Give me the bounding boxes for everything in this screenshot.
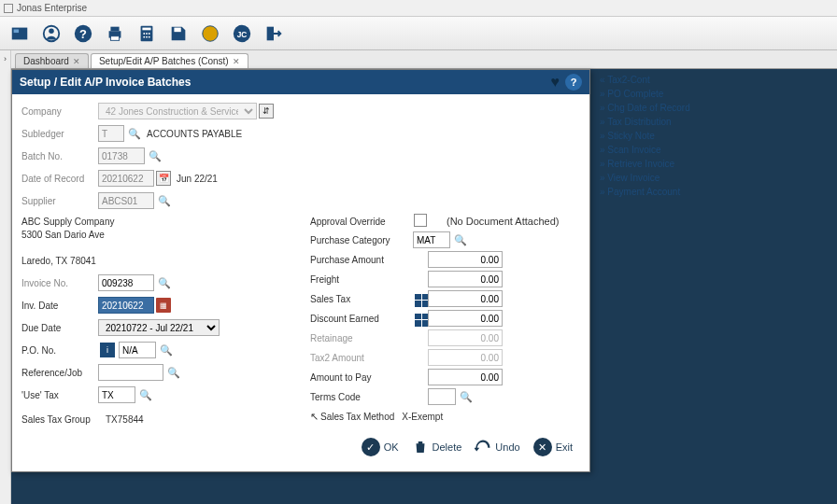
ok-button[interactable]: ✓ OK: [362, 438, 399, 456]
svg-text:JC: JC: [237, 30, 248, 38]
invdate-input[interactable]: [98, 297, 154, 314]
trash-icon: [412, 439, 429, 455]
subledger-label: Subledger: [21, 129, 98, 139]
search-icon[interactable]: 🔍: [454, 234, 467, 246]
a2p-input[interactable]: [428, 369, 503, 385]
search-icon[interactable]: 🔍: [139, 389, 152, 401]
toolbar-exit-icon[interactable]: [260, 20, 288, 48]
search-icon[interactable]: 🔍: [160, 344, 173, 357]
toolbar-save-icon[interactable]: [164, 20, 192, 48]
undo-icon: [475, 439, 491, 455]
pamt-input[interactable]: [428, 251, 503, 268]
toolbar-help-icon[interactable]: ?: [69, 20, 97, 48]
link-tax-distribution[interactable]: Tax Distribution: [600, 117, 772, 127]
tab-strip: Dashboard ✕ Setup/Edit A/P Batches (Cons…: [11, 50, 837, 69]
left-gutter: ›: [0, 50, 11, 504]
supplier-label: Supplier: [21, 196, 98, 206]
usetax-input[interactable]: [98, 386, 135, 403]
disc-input[interactable]: [428, 310, 503, 327]
search-icon[interactable]: 🔍: [158, 277, 171, 289]
link-scan-invoice[interactable]: Scan Invoice: [600, 145, 772, 155]
pcat-input[interactable]: [413, 231, 450, 248]
toolbar-jc-icon[interactable]: JC: [228, 20, 256, 48]
svg-rect-1: [14, 29, 19, 33]
tab-label: Setup/Edit A/P Batches (Const): [99, 56, 229, 66]
company-label: Company: [21, 106, 98, 117]
x-icon: ✕: [533, 438, 552, 456]
link-chg-date[interactable]: Chg Date of Record: [600, 103, 772, 113]
action-bar: ✓ OK Delete Undo ✕ Exit: [21, 432, 580, 462]
svg-rect-22: [267, 26, 274, 40]
undo-button[interactable]: Undo: [475, 439, 519, 455]
company-lookup-icon[interactable]: ⇵: [259, 104, 274, 119]
invoice-batch-panel: Setup / Edit A/P Invoice Batches ♥ ? Com…: [11, 69, 590, 472]
batch-label: Batch No.: [21, 151, 98, 161]
supplier-address: ABC Supply Company 5300 San Dario Ave La…: [21, 216, 291, 268]
dor-input[interactable]: [98, 170, 154, 187]
link-view-invoice[interactable]: View Invoice: [600, 173, 772, 183]
batch-input[interactable]: [98, 147, 145, 164]
search-icon[interactable]: 🔍: [167, 367, 180, 379]
link-payment-account[interactable]: Payment Account: [600, 187, 772, 197]
search-icon[interactable]: 🔍: [158, 195, 171, 207]
addr-line2: 5300 San Dario Ave: [21, 229, 291, 242]
approval-label: Approval Override: [310, 217, 413, 227]
svg-rect-8: [110, 35, 119, 40]
invdate-label: Inv. Date: [21, 301, 98, 311]
supplier-input[interactable]: [98, 192, 154, 209]
invoice-input[interactable]: [98, 274, 154, 291]
exit-button[interactable]: ✕ Exit: [533, 438, 573, 456]
refjob-input[interactable]: [98, 364, 163, 381]
company-select[interactable]: 42 Jones Construction & Service: [98, 103, 257, 119]
ret-input: [428, 329, 503, 346]
calendar-icon[interactable]: 📅: [156, 171, 171, 186]
help-icon[interactable]: ?: [565, 74, 582, 91]
close-icon[interactable]: ✕: [73, 57, 80, 66]
dor-label: Date of Record: [21, 174, 98, 184]
toolbar-globe-icon[interactable]: [196, 20, 224, 48]
stg-value: TX75844: [106, 414, 144, 425]
terms-input[interactable]: [428, 388, 456, 405]
approval-checkbox[interactable]: [414, 214, 427, 227]
addr-line3: Laredo, TX 78041: [21, 255, 291, 268]
search-icon[interactable]: 🔍: [149, 150, 162, 162]
info-icon[interactable]: i: [100, 343, 115, 357]
link-po-complete[interactable]: PO Complete: [600, 89, 772, 99]
stg-label: Sales Tax Group: [21, 414, 106, 425]
search-icon[interactable]: 🔍: [460, 391, 473, 403]
svg-text:?: ?: [79, 26, 87, 40]
panel-title: Setup / Edit A/P Invoice Batches: [20, 76, 191, 89]
toolbar-home-icon[interactable]: [6, 20, 34, 48]
refjob-label: Reference/Job: [21, 368, 98, 378]
tab-dashboard[interactable]: Dashboard ✕: [15, 53, 89, 68]
search-icon[interactable]: 🔍: [128, 128, 141, 140]
duedate-label: Due Date: [21, 323, 98, 333]
freight-input[interactable]: [428, 271, 503, 287]
toolbar-user-icon[interactable]: [37, 20, 65, 48]
svg-point-13: [149, 33, 150, 35]
tab-label: Dashboard: [23, 56, 69, 66]
grid-icon[interactable]: [415, 314, 428, 327]
tab-setup-edit-batches[interactable]: Setup/Edit A/P Batches (Const) ✕: [91, 53, 248, 68]
addr-line1: ABC Supply Company: [21, 216, 291, 229]
approval-note: (No Document Attached): [447, 216, 559, 227]
toolbar-calculator-icon[interactable]: [133, 20, 161, 48]
favorite-icon[interactable]: ♥: [551, 74, 560, 91]
side-actions: Tax2-Cont PO Complete Chg Date of Record…: [592, 69, 779, 206]
pamt-label: Purchase Amount: [310, 255, 413, 265]
toolbar-print-icon[interactable]: [101, 20, 129, 48]
link-tax2-cont[interactable]: Tax2-Cont: [600, 75, 772, 85]
stax-input[interactable]: [428, 290, 503, 307]
expand-sidebar-icon[interactable]: ›: [4, 54, 7, 504]
subledger-input[interactable]: [98, 125, 124, 142]
grid-icon[interactable]: [415, 294, 428, 307]
pono-input[interactable]: [119, 342, 156, 358]
disc-label: Discount Earned: [310, 314, 413, 324]
delete-button[interactable]: Delete: [412, 439, 462, 455]
calendar-icon[interactable]: ▦: [156, 298, 171, 313]
link-sticky-note[interactable]: Sticky Note: [600, 131, 772, 141]
link-retrieve-invoice[interactable]: Retrieve Invoice: [600, 159, 772, 169]
duedate-select[interactable]: 20210722 - Jul 22/21: [98, 319, 220, 336]
svg-point-16: [149, 35, 150, 37]
close-icon[interactable]: ✕: [233, 57, 240, 66]
